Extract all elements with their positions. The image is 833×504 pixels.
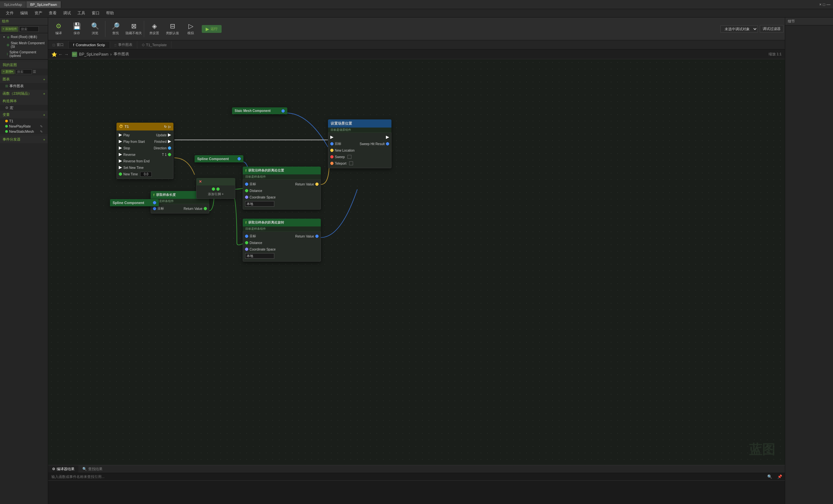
nav-back-icon[interactable]: ←	[58, 52, 63, 57]
variable-mesh-edit-icon[interactable]: ✎	[40, 130, 43, 134]
my-blueprints-header[interactable]: 我的蓝图	[0, 61, 48, 69]
tab-bp-splinepawn[interactable]: BP_SpLinePawn	[26, 1, 62, 8]
t1-finished-label: Finished	[154, 140, 167, 143]
set-location-node[interactable]: 设置场景位置 目标是场景组件 目标 Sweep Hit Result	[328, 119, 391, 168]
menu-file[interactable]: 文件	[3, 9, 17, 17]
hide-icon: ⊠	[131, 22, 137, 30]
bottom-pin-icon[interactable]: 📌	[775, 473, 785, 480]
view-toggle[interactable]: ☰	[33, 70, 36, 74]
staic-mesh-node[interactable]: Staic Mesh Component	[232, 107, 287, 114]
find-button[interactable]: 🔎 查找	[106, 19, 125, 39]
add-graph-icon[interactable]: +	[43, 77, 45, 81]
getrot-rv-label: Return Value	[295, 235, 314, 238]
t1-pfs-in-pin	[119, 140, 122, 143]
t1-expand-icon[interactable]: ▷	[168, 125, 171, 128]
macros-header[interactable]: 构造脚本	[0, 97, 48, 105]
nav-home-icon[interactable]: ⭐	[51, 52, 57, 57]
t1-timeline-node[interactable]: ⏱ T1 ↻ ▷ Play Update Play from Start	[117, 123, 173, 179]
setloc-exec-row	[328, 134, 391, 141]
add-component-button[interactable]: + 添加组件	[1, 26, 18, 32]
save-button[interactable]: 💾 保存	[68, 19, 86, 39]
menu-window[interactable]: 窗口	[89, 9, 103, 17]
tab-t1-template[interactable]: ◇ T1_Template	[137, 41, 172, 48]
add-variable-icon[interactable]: +	[43, 113, 45, 117]
tab-construction-script[interactable]: f Construction Scrip	[69, 42, 110, 48]
setloc-teleport-checkbox[interactable]	[349, 161, 353, 165]
tab-event-graph[interactable]: :: 事件图表	[110, 41, 137, 48]
bottom-search-input[interactable]	[48, 474, 765, 480]
addinput-header: ✕	[196, 178, 235, 186]
right-panel-header: 细节	[785, 18, 833, 25]
t1-newtime-input[interactable]	[140, 172, 152, 177]
blueprint-canvas[interactable]: Staic Mesh Component ⏱ T1 ↻ ▷ Play Updat…	[48, 59, 785, 465]
addinput-x-icon: ✕	[199, 179, 202, 184]
class-defaults-button[interactable]: ⊟ 类默认值	[163, 19, 182, 39]
tree-spline[interactable]: ⌇ Spline Component (splined	[0, 49, 48, 58]
getloc-coordspace-select[interactable]: 本地	[245, 201, 274, 207]
variable-t1[interactable]: T1	[0, 118, 48, 124]
variable-edit-icon[interactable]: ✎	[40, 125, 43, 128]
macro-item[interactable]: ⚙ 宏	[0, 105, 48, 111]
find-results-tab[interactable]: 🔍 查找结果	[78, 465, 106, 473]
variables-header[interactable]: 变量 +	[0, 111, 48, 118]
add-function-icon[interactable]: +	[43, 92, 45, 96]
t1-pfs-label: Play from Start	[123, 140, 145, 143]
nav-forward-icon[interactable]: →	[64, 52, 69, 57]
debug-object-select[interactable]: 未选中调试对象	[720, 25, 758, 32]
spline-component-top-node[interactable]: Spline Component	[195, 155, 243, 162]
new-item-button[interactable]: + 新增▾	[1, 69, 15, 74]
menu-help[interactable]: 帮助	[103, 9, 117, 17]
getloc-distance-label: Distance	[249, 189, 262, 193]
t1-stop-row: Stop Direction	[117, 145, 173, 151]
compiler-results-tab[interactable]: ⚙ 编译器结果	[48, 465, 78, 473]
run-button[interactable]: ▶ 运行	[202, 25, 221, 33]
tree-root-label: Root (Root) (继承)	[11, 35, 37, 39]
simulate-button[interactable]: ▷ 模拟	[182, 19, 200, 39]
functions-header[interactable]: 函数（23间隔品） +	[0, 90, 48, 97]
debug-filter-button[interactable]: 调试过滤器	[760, 25, 784, 32]
menu-view[interactable]: 查看	[46, 9, 60, 17]
tree-root[interactable]: ▼ ⊕ Root (Root) (继承)	[0, 34, 48, 40]
my-bp-search[interactable]	[16, 69, 32, 74]
set-location-subtitle: 目标是场景组件	[328, 127, 391, 133]
add-dispatcher-icon[interactable]: +	[43, 138, 45, 142]
tree-staic-mesh[interactable]: ⚙ Staic Mesh Component (St	[0, 40, 48, 49]
graphs-header[interactable]: 图表 +	[0, 75, 48, 83]
get-loc-along-spline-node[interactable]: f 获取沿样条的距离处位置 目标是样条组件 目标 Return Value Di…	[243, 167, 321, 210]
right-details-panel: 细节	[785, 18, 833, 504]
breadcrumb-content: BP BP_SpLinePawn › 事件图表	[72, 51, 768, 57]
get-rot-along-spline-node[interactable]: f 获取沿样条的距离处旋转 目标是样条组件 目标 Return Value Di…	[243, 219, 321, 262]
menu-edit[interactable]: 编辑	[17, 9, 31, 17]
event-dispatchers-header[interactable]: 事件分发器 +	[0, 136, 48, 143]
class-settings-button[interactable]: ◈ 类设置	[145, 19, 163, 39]
functions-label: 函数（23间隔品）	[3, 91, 31, 96]
event-graph-item[interactable]: ⊞ 事件图表	[0, 83, 48, 89]
tab-splinemap[interactable]: SpLineMap	[0, 1, 26, 8]
minimize-icon[interactable]: —	[827, 2, 830, 7]
browse-button[interactable]: 🔍 浏览	[86, 19, 104, 39]
zoom-level: 缩放 1:1	[768, 52, 782, 56]
splinelen-target-label: 目标	[158, 206, 164, 211]
bottom-search-icon[interactable]: 🔍	[765, 473, 775, 480]
splinelen-f-icon: f	[153, 193, 154, 197]
close-icon[interactable]: ×	[819, 2, 822, 7]
t1-update-out-pin	[168, 134, 171, 137]
t1-newtime-row: New Time	[117, 171, 173, 177]
getloc-f-icon: f	[245, 169, 247, 172]
setloc-target-label: 目标	[335, 142, 341, 146]
maximize-icon[interactable]: □	[823, 2, 825, 7]
getloc-target-label: 目标	[249, 182, 256, 187]
tab-window[interactable]: □ 窗口	[48, 41, 69, 48]
variable-newplayrate[interactable]: NewPlayRate ✎	[0, 124, 48, 129]
add-input-node[interactable]: ✕ 添加引脚 +	[196, 178, 235, 199]
menu-tools[interactable]: 工具	[74, 9, 89, 17]
menu-debug[interactable]: 调试	[60, 9, 74, 17]
component-search-input[interactable]	[19, 26, 39, 32]
getrot-coordspace-select[interactable]: 本地	[245, 253, 274, 259]
setloc-sweep-checkbox[interactable]	[348, 155, 352, 159]
hide-unrelated-button[interactable]: ⊠ 隐藏不相关	[125, 19, 143, 39]
spline-component-bot-node[interactable]: Spline Component	[110, 199, 159, 206]
menu-asset[interactable]: 资产	[31, 9, 46, 17]
compile-button[interactable]: ⚙ 编译	[49, 19, 68, 39]
variable-newstaticmesh[interactable]: NewStaticMesh ✎	[0, 129, 48, 134]
